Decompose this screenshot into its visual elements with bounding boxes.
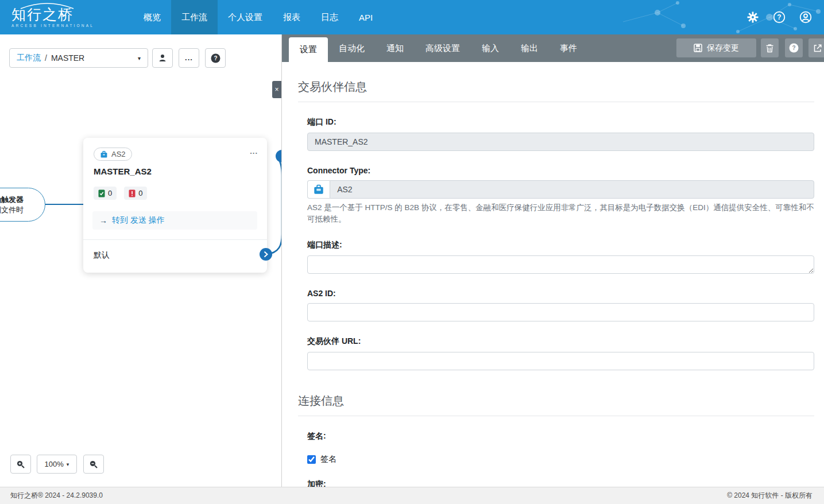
more-options-button[interactable]: ...	[179, 48, 199, 68]
settings-panel: 设置 自动化 通知 高级设置 输入 输出 事件 保存变更	[281, 34, 824, 487]
port-id-input[interactable]	[307, 133, 814, 151]
success-count-badge[interactable]: 0	[94, 187, 117, 200]
connector-type-input[interactable]	[330, 180, 814, 199]
help-icon[interactable]: ?	[772, 10, 786, 24]
save-changes-button[interactable]: 保存变更	[676, 38, 756, 57]
node-menu-button[interactable]: ...	[250, 146, 258, 156]
connector-type-help: AS2 是一个基于 HTTP/S 的 B2B 协议，在零售、金融和医疗保健行业应…	[307, 202, 814, 225]
workflow-canvas[interactable]: 工作流 / MASTER ▾ ... ? ×	[0, 34, 281, 487]
success-doc-icon	[98, 189, 105, 197]
encrypt-label: 加密:	[307, 479, 814, 487]
field-sign: 签名: 签名	[307, 431, 814, 464]
success-count: 0	[108, 189, 112, 197]
question-circle-icon: ?	[211, 53, 220, 63]
section-title-partner-info: 交易伙伴信息	[298, 79, 814, 102]
save-icon	[694, 44, 702, 52]
port-description-label: 端口描述:	[307, 240, 814, 250]
panel-close-button[interactable]: ×	[272, 81, 281, 98]
node-profile-label: 默认	[94, 250, 110, 261]
tab-events[interactable]: 事件	[549, 34, 588, 62]
field-partner-url: 交易伙伴 URL:	[307, 336, 814, 370]
zoom-in-icon	[16, 460, 25, 469]
sign-checkbox-row: 签名	[307, 454, 814, 464]
status-footer: 知行之桥® 2024 - 24.2.9039.0 © 2024 知行软件 - 版…	[0, 487, 824, 504]
nav-item-reports[interactable]: 报表	[273, 0, 311, 34]
profiles-button[interactable]	[152, 48, 173, 68]
nav-item-workflows[interactable]: 工作流	[171, 0, 218, 34]
tab-output[interactable]: 输出	[510, 34, 549, 62]
workflow-node-card[interactable]: AS2 ... MASTER_AS2 0	[83, 138, 267, 273]
nav-item-api[interactable]: API	[349, 0, 383, 34]
tab-settings[interactable]: 设置	[289, 37, 328, 62]
tab-notifications[interactable]: 通知	[376, 34, 415, 62]
partner-url-input[interactable]	[307, 352, 814, 370]
top-navbar: 知行之桥 ARCESB INTERNATIONAL 概览 工作流 个人设置 报表…	[0, 0, 824, 34]
node-title: MASTER_AS2	[94, 166, 152, 176]
question-circle-icon: ?	[789, 43, 799, 53]
as2-connector-icon	[100, 150, 108, 158]
trigger-node-title: 启动触发器	[0, 195, 24, 205]
zoom-out-button[interactable]	[83, 455, 104, 474]
trigger-node-subtitle: 收到文件时	[0, 205, 24, 215]
navbar-actions: ?	[746, 0, 813, 34]
node-status-badges: 0 0	[94, 187, 147, 200]
open-external-button[interactable]	[808, 38, 824, 57]
tab-advanced[interactable]: 高级设置	[415, 34, 471, 62]
goto-send-action-label: 转到 发送 操作	[112, 215, 165, 226]
main-nav: 概览 工作流 个人设置 报表 日志 API	[133, 0, 383, 34]
workflow-breadcrumb-select[interactable]: 工作流 / MASTER ▾	[9, 48, 148, 68]
goto-send-action-link[interactable]: → 转到 发送 操作	[92, 211, 257, 230]
breadcrumb-root[interactable]: 工作流	[17, 53, 41, 63]
field-connector-type: Connector Type: AS2 是一个基于 HTTP/S 的 B2B 协…	[307, 166, 814, 225]
tab-input[interactable]: 输入	[471, 34, 510, 62]
connector-type-addon	[307, 180, 330, 199]
chevron-right-icon	[263, 251, 269, 258]
footer-copyright: © 2024 知行软件 - 版权所有	[727, 491, 813, 501]
sign-checkbox[interactable]	[307, 455, 316, 464]
port-description-textarea[interactable]	[307, 255, 814, 274]
account-icon[interactable]	[799, 10, 813, 24]
panel-tabbar: 设置 自动化 通知 高级设置 输入 输出 事件 保存变更	[282, 34, 824, 62]
zoom-in-button[interactable]	[10, 455, 31, 474]
nav-item-overview[interactable]: 概览	[133, 0, 171, 34]
brand-subtitle: ARCESB INTERNATIONAL	[11, 24, 103, 28]
arrow-right-icon: →	[99, 216, 107, 225]
sign-checkbox-label: 签名	[320, 454, 336, 464]
sign-label: 签名:	[307, 431, 814, 441]
app-root: 知行之桥 ARCESB INTERNATIONAL 概览 工作流 个人设置 报表…	[0, 0, 824, 504]
trash-icon	[765, 44, 774, 53]
as2-connector-icon	[313, 184, 324, 195]
connector-type-label: Connector Type:	[307, 166, 814, 175]
zoom-out-icon	[89, 460, 98, 469]
settings-gear-icon[interactable]	[746, 10, 760, 24]
ellipsis-icon: ...	[250, 147, 258, 156]
svg-text:?: ?	[777, 13, 781, 21]
svg-text:?: ?	[792, 45, 795, 51]
error-count-badge[interactable]: 0	[124, 187, 147, 200]
chevron-down-icon: ▾	[138, 55, 141, 61]
footer-version: 知行之桥® 2024 - 24.2.9039.0	[10, 491, 103, 501]
nav-item-logs[interactable]: 日志	[311, 0, 349, 34]
node-type-badge: AS2	[94, 148, 132, 161]
brand-arc-icon	[20, 2, 75, 9]
nav-item-profile[interactable]: 个人设置	[218, 0, 273, 34]
trigger-node[interactable]: 启动触发器 收到文件时	[0, 188, 45, 222]
as2-id-input[interactable]	[307, 303, 814, 321]
chevron-down-icon: ▾	[67, 462, 69, 467]
port-id-label: 端口 ID:	[307, 117, 814, 127]
error-count: 0	[138, 189, 142, 197]
zoom-level-select[interactable]: 100% ▾	[37, 455, 77, 474]
panel-help-button[interactable]: ?	[785, 38, 803, 57]
brand-logo[interactable]: 知行之桥 ARCESB INTERNATIONAL	[11, 0, 103, 34]
canvas-help-button[interactable]: ?	[205, 48, 226, 68]
error-doc-icon	[129, 189, 136, 197]
tab-automation[interactable]: 自动化	[328, 34, 376, 62]
external-link-icon	[813, 44, 822, 53]
ellipsis-icon: ...	[185, 55, 193, 61]
delete-button[interactable]	[761, 38, 779, 57]
close-icon: ×	[274, 86, 278, 94]
node-next-button[interactable]	[260, 248, 272, 261]
field-port-id: 端口 ID:	[307, 117, 814, 151]
partner-url-label: 交易伙伴 URL:	[307, 336, 814, 347]
node-divider	[83, 239, 267, 240]
